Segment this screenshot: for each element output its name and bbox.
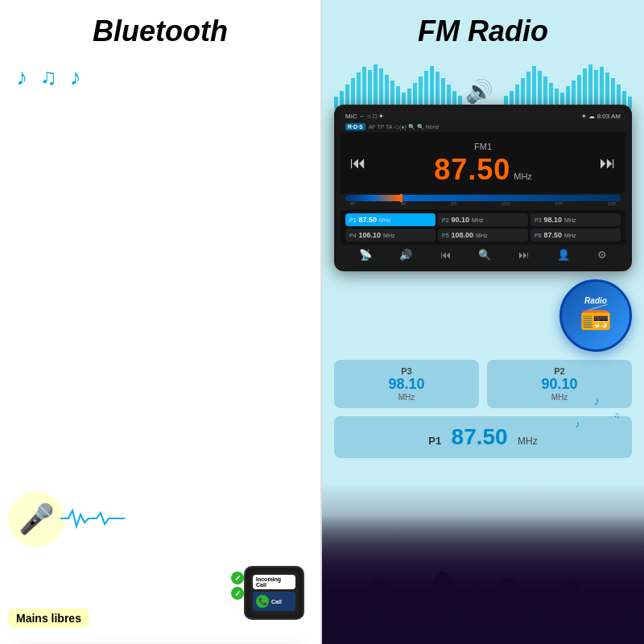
svg-rect-40: [600, 67, 604, 109]
bottom-preset-boxes: P3 98.10 MHz P2 90.10 MHz: [334, 360, 632, 408]
preset-p4[interactable]: P4 106.10 MHz: [345, 229, 436, 242]
svg-rect-15: [419, 76, 423, 109]
radio-illustration-area: 📻 Radio: [322, 279, 632, 352]
preset-p3[interactable]: P3 98.10 MHz: [530, 213, 621, 226]
bluetooth-title: Bluetooth: [0, 0, 322, 644]
svg-rect-8: [379, 68, 383, 109]
bottom-preset-p2: P2 90.10 MHz: [487, 360, 632, 408]
svg-rect-4: [357, 72, 361, 109]
svg-rect-38: [588, 64, 592, 109]
svg-rect-29: [538, 71, 542, 109]
svg-rect-30: [543, 76, 547, 109]
preset-p3-label: P3: [347, 366, 466, 376]
fm-bottom-toolbar: 📡 🔊 ⏮ 🔍 ⏭ 👤 ⚙: [341, 245, 625, 265]
radio-circle-icon: 📻 Radio: [559, 279, 632, 352]
phone-call-area: 📞 Call: [253, 592, 295, 611]
fm-status-bar: MIC ← ○ □ ✦ ✦ ☁ 8:03 AM: [341, 111, 625, 122]
crowd-silhouette: [322, 515, 644, 644]
fm-status-left: MIC ← ○ □ ✦: [345, 113, 384, 120]
fm-next-button[interactable]: ⏭: [600, 154, 616, 172]
fm-next-track-icon[interactable]: ⏭: [518, 249, 529, 261]
svg-text:🔊: 🔊: [465, 78, 493, 105]
fm-settings-icon[interactable]: ⚙: [597, 249, 607, 261]
phone-call-text: Call: [271, 599, 282, 605]
phone-mockup: IncomingCall 📞 Call: [244, 566, 304, 620]
fm-volume-icon[interactable]: 🔊: [399, 249, 412, 261]
preset-p2[interactable]: P2 90.10 MHz: [438, 213, 528, 226]
svg-rect-58: [322, 515, 644, 644]
bottom-preset-p3: P3 98.10 MHz: [334, 360, 479, 408]
fm-scale-bar: [345, 195, 621, 201]
fm-radio-panel: FM Radio: [322, 0, 644, 644]
preset-p5[interactable]: P5 108.00 MHz: [438, 229, 528, 242]
phone-screen: IncomingCall 📞 Call: [250, 572, 299, 614]
svg-rect-28: [532, 66, 536, 109]
fm-wifi-icon[interactable]: 📡: [359, 249, 372, 261]
heartbeat-wave: [60, 506, 125, 535]
music-notes-decoration: ♪ ♫ ♪: [16, 64, 85, 90]
svg-rect-9: [385, 75, 389, 109]
phone-call-icon: 📞: [256, 595, 269, 608]
fm-frequency-scale: 879095100105108: [341, 193, 625, 210]
fm-status-right: ✦ ☁ 8:03 AM: [581, 113, 621, 120]
preset-p3-mhz: MHz: [347, 393, 466, 402]
check-mark-2: ✓: [231, 587, 244, 600]
fm-person-icon[interactable]: 👤: [557, 249, 570, 261]
main-preset-freq: 87.50: [452, 424, 508, 449]
svg-rect-5: [362, 67, 366, 109]
check-marks-area: ✓ ✓: [231, 572, 244, 600]
svg-rect-39: [594, 70, 598, 109]
preset-p3-freq: 98.10: [347, 376, 466, 393]
fm-frequency-display: 87.50: [434, 153, 510, 187]
svg-rect-27: [526, 72, 530, 109]
rds-options: AF TP TA ◁ (●) 🔍 🔍 None: [369, 124, 440, 130]
svg-rect-16: [424, 71, 428, 109]
mains-libres-label: Mains libres: [8, 609, 89, 628]
preset-p2-label: P2: [500, 366, 619, 376]
fm-radio-title: FM Radio: [322, 0, 644, 52]
svg-rect-18: [436, 72, 440, 109]
bluetooth-panel: Bluetooth ♪ ♫ ♪ MIC ← ○ □ ✦ ✦ ☁ 8:12 AM …: [0, 0, 322, 644]
fm-rds-bar: R·D·S AF TP TA ◁ (●) 🔍 🔍 None: [341, 122, 625, 132]
main-preset-mhz: MHz: [518, 436, 538, 447]
svg-rect-41: [605, 72, 609, 109]
fm-scale-indicator: [400, 194, 402, 202]
freq-ticks: 879095100105108: [345, 201, 621, 208]
svg-rect-7: [374, 64, 378, 109]
fm-frequency-area: FM1 87.50 MHz: [366, 138, 600, 187]
incoming-call-badge: IncomingCall: [253, 575, 295, 589]
fm-search-icon[interactable]: 🔍: [478, 249, 491, 261]
svg-rect-17: [430, 66, 434, 109]
preset-p1[interactable]: P1 87.50 MHz: [345, 213, 436, 226]
svg-rect-37: [583, 68, 587, 109]
fm-mhz-label: MHz: [514, 171, 532, 181]
fm-radio-screen: MIC ← ○ □ ✦ ✦ ☁ 8:03 AM R·D·S AF TP TA ◁…: [341, 111, 625, 265]
main-preset-num: P1: [428, 435, 441, 447]
mic-icon: 🎤: [19, 502, 55, 536]
hands-free-area: 🎤: [8, 491, 64, 547]
preset-p2-freq: 90.10: [500, 376, 619, 393]
car-unit-fm-radio: MIC ← ○ □ ✦ ✦ ☁ 8:03 AM R·D·S AF TP TA ◁…: [334, 105, 632, 271]
rds-badge: R·D·S: [345, 123, 365, 130]
fm-label: FM1: [474, 142, 492, 151]
fm-presets-grid: P1 87.50 MHz P2 90.10 MHz P3 98.10 MHz P…: [341, 210, 625, 245]
check-mark-1: ✓: [231, 572, 244, 584]
fm-prev-button[interactable]: ⏮: [350, 154, 366, 172]
svg-rect-36: [577, 75, 581, 109]
svg-rect-6: [368, 70, 372, 109]
main-preset-box: P1 87.50 MHz: [334, 416, 632, 458]
preset-p6[interactable]: P6 87.50 MHz: [530, 229, 621, 242]
crowd-svg: [322, 515, 644, 644]
radio-text-label: Radio: [584, 296, 607, 305]
preset-p2-mhz: MHz: [500, 393, 619, 402]
fm-main-display: ⏮ FM1 87.50 MHz ⏭: [341, 132, 625, 193]
fm-prev-track-icon[interactable]: ⏮: [440, 249, 451, 261]
